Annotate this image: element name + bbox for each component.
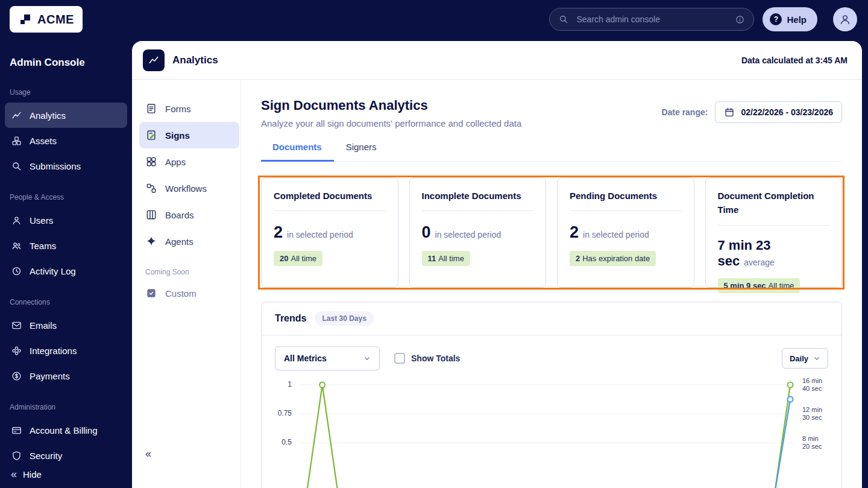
security-icon (11, 450, 22, 461)
nav-item-label: Forms (165, 104, 191, 114)
chevron-down-icon (812, 353, 822, 363)
stat-badge-number: 11 (428, 254, 436, 263)
nav-item-label: Boards (165, 210, 194, 220)
right-axis-tick-label: 16 min 40 sec (802, 377, 822, 393)
question-mark-icon: ? (770, 13, 782, 25)
sidebar-item-teams[interactable]: Teams (5, 233, 127, 258)
stat-card-title: Document Completion Time (718, 178, 830, 226)
help-button[interactable]: ? Help (763, 7, 817, 31)
activity-log-icon (11, 265, 22, 277)
trends-chart-area: 116 min 40 sec0.7512 min 30 sec0.58 min … (262, 373, 841, 488)
left-axis-tick-label: 1 (268, 380, 292, 388)
nav-item-signs[interactable]: Signs (139, 122, 239, 148)
coming-soon-label: Coming Soon (145, 268, 241, 276)
trends-title: Trends (275, 313, 306, 324)
nav-item-forms[interactable]: Forms (139, 95, 239, 122)
page-header: Sign Documents Analytics Analyze your al… (241, 80, 862, 128)
payments-icon (11, 370, 22, 382)
nav-item-boards[interactable]: Boards (139, 201, 239, 228)
analytics-icon (11, 110, 22, 121)
stat-badge-number: 20 (280, 254, 288, 263)
date-range-value: 02/22/2026 - 03/23/2026 (741, 107, 833, 117)
topbar: ACME ? Help (0, 0, 868, 39)
stat-card-value: 2 (570, 223, 579, 241)
stat-card-title: Pending Documents (570, 178, 682, 211)
stat-badge-text: All time (291, 254, 316, 263)
users-icon (11, 215, 22, 226)
stat-card-body: 0in selected period11All time (422, 211, 534, 266)
sidebar-item-activity-log[interactable]: Activity Log (5, 258, 127, 284)
acme-logo[interactable]: ACME (10, 6, 83, 33)
info-icon[interactable] (735, 14, 745, 25)
emails-icon (11, 320, 22, 331)
stat-card-value-suffix: average (744, 258, 775, 267)
sidebar-item-payments[interactable]: Payments (5, 363, 127, 388)
nav-item-workflows[interactable]: Workflows (139, 175, 239, 201)
tab-signers[interactable]: Signers (334, 142, 389, 161)
stat-card-document-completion-time: Document Completion Time7 min 23 secaver… (705, 177, 843, 288)
left-axis-tick-label: 0.5 (268, 438, 292, 446)
nav-item-label: Signs (165, 130, 190, 141)
main-header-title: Analytics (172, 54, 218, 66)
metrics-select[interactable]: All Metrics (275, 346, 380, 370)
submissions-icon (11, 160, 22, 172)
interval-select-value: Daily (790, 354, 808, 363)
interval-select[interactable]: Daily (782, 348, 828, 369)
stat-card-title: Completed Documents (274, 178, 386, 211)
trends-period-badge: Last 30 Days (315, 311, 373, 326)
chevron-double-left-icon: « (145, 448, 151, 460)
agents-icon (145, 235, 157, 247)
trends-header: Trends Last 30 Days (262, 302, 841, 335)
sidebar-item-integrations[interactable]: Integrations (5, 338, 127, 363)
hide-sidebar-button[interactable]: « Hide (5, 469, 127, 480)
metrics-select-value: All Metrics (284, 353, 327, 363)
sidebar-item-security[interactable]: Security (5, 443, 127, 468)
stat-card-body: 2in selected period20All time (274, 211, 386, 266)
search-input[interactable] (575, 14, 729, 25)
stat-badge-text: Has expiration date (582, 254, 650, 263)
blocks-logo-mark-icon (18, 12, 33, 27)
avatar[interactable] (833, 7, 857, 31)
show-totals-checkbox[interactable] (394, 353, 405, 364)
boards-icon (145, 209, 157, 221)
stat-card-badge: 2Has expiration date (570, 251, 656, 266)
trends-chart (300, 373, 796, 488)
data-calculated-status: Data calculated at 3:45 AM (741, 55, 848, 65)
sidebar-item-submissions[interactable]: Submissions (5, 153, 127, 179)
left-axis-tick-label: 0.75 (268, 409, 292, 417)
nav-item-apps[interactable]: Apps (139, 148, 239, 175)
date-range-picker[interactable]: 02/22/2026 - 03/23/2026 (715, 101, 842, 123)
right-axis-tick-label: 12 min 30 sec (802, 406, 822, 422)
sidebar-item-label: Emails (30, 320, 57, 331)
collapse-nav-button[interactable]: « (145, 448, 159, 460)
stat-badge-text: All time (438, 254, 464, 263)
stat-card-value: 0 (422, 223, 431, 241)
stat-card-body: 7 min 23 secaverage5 min 9 secAll time (718, 226, 830, 293)
sidebar-item-analytics[interactable]: Analytics (5, 103, 127, 128)
sidebar-item-assets[interactable]: Assets (5, 128, 127, 153)
series-marker-document-completion-time (788, 397, 793, 402)
analytics-icon (148, 54, 160, 66)
stat-card-completed-documents: Completed Documents2in selected period20… (261, 177, 398, 288)
stat-card-incomplete-documents: Incomplete Documents0in selected period1… (409, 177, 547, 288)
sidebar-item-label: Integrations (30, 346, 77, 356)
sidebar-item-label: Teams (30, 241, 56, 251)
chevron-down-icon (362, 353, 372, 363)
nav-item-custom[interactable]: Custom (139, 280, 239, 306)
sidebar-item-label: Analytics (30, 110, 66, 121)
sidebar-item-account-billing[interactable]: Account & Billing (5, 417, 127, 443)
nav-item-agents[interactable]: Agents (139, 228, 239, 255)
series-line-document-completion-time (306, 399, 790, 488)
sidebar-item-emails[interactable]: Emails (5, 312, 127, 338)
stat-card-badge: 11All time (422, 251, 470, 266)
search-icon (558, 14, 569, 25)
stat-card-value-suffix: in selected period (583, 230, 649, 239)
show-totals-toggle[interactable]: Show Totals (394, 353, 460, 364)
tab-documents[interactable]: Documents (261, 142, 334, 162)
date-range-label: Date range: (661, 107, 708, 117)
signs-icon (145, 129, 157, 141)
chevron-double-left-icon: « (11, 469, 17, 480)
sidebar-item-users[interactable]: Users (5, 208, 127, 233)
stat-card-pending-documents: Pending Documents2in selected period2Has… (557, 177, 694, 288)
page-subtitle: Analyze your all sign documents' perform… (261, 118, 521, 128)
